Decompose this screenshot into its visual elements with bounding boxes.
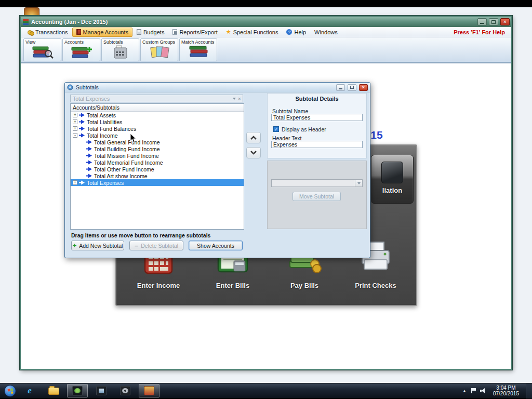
menu-help[interactable]: ?Help xyxy=(282,28,310,37)
header-text-input[interactable] xyxy=(271,141,363,148)
chevron-down-icon[interactable] xyxy=(233,98,236,100)
window-titlebar[interactable]: Accounting (Jan - Dec 2015) × xyxy=(21,17,511,27)
tree-item[interactable]: +Total Liabilities xyxy=(71,118,244,125)
internet-explorer-icon: e xyxy=(28,385,32,396)
tree-item[interactable]: Total Memorial Fund Income xyxy=(71,159,244,166)
help-icon: ? xyxy=(286,29,292,35)
custom-groups-sheets-icon xyxy=(148,45,171,60)
toolbar-custom-groups-button[interactable]: Custom Groups xyxy=(140,38,178,61)
menu-manage-accounts[interactable]: Manage Accounts xyxy=(72,28,132,37)
toolbar-label: View xyxy=(25,39,59,45)
display-as-header-checkbox[interactable]: ✓ xyxy=(273,126,279,132)
tree-item[interactable]: +Total Fund Balances xyxy=(71,125,244,132)
safe-icon xyxy=(381,162,403,183)
tree-item-label: Total Liabilities xyxy=(87,119,122,125)
move-down-button[interactable] xyxy=(246,147,261,158)
taskbar-app-disc-button[interactable] xyxy=(115,384,136,397)
collapse-icon[interactable]: - xyxy=(73,133,77,138)
expand-icon[interactable]: + xyxy=(73,180,77,185)
menu-windows[interactable]: Windows xyxy=(310,28,342,37)
menu-label: Special Functions xyxy=(233,29,278,35)
tree-arrow-icon xyxy=(86,174,92,178)
view-books-magnifier-icon xyxy=(31,45,54,60)
tree-item[interactable]: Total Other Fund Income xyxy=(71,166,244,172)
tree-item[interactable]: +Total Assets xyxy=(71,112,244,118)
toolbar-label: Custom Groups xyxy=(142,39,176,45)
clock-date: 07/20/2015 xyxy=(493,391,519,396)
star-icon: ★ xyxy=(226,29,231,35)
toolbar-subtotals-button[interactable]: Subtotals xyxy=(101,38,139,61)
disc-app-icon xyxy=(120,386,130,395)
subtotal-name-input[interactable] xyxy=(271,114,363,121)
tree-item[interactable]: Total Art show Income xyxy=(71,172,244,179)
toolbar-match-accounts-button[interactable]: Match Accounts xyxy=(179,38,217,61)
maximize-button[interactable] xyxy=(489,18,498,25)
taskbar-accounting-app-button[interactable] xyxy=(139,384,159,397)
tree-item[interactable]: Total Mission Fund Income xyxy=(71,152,244,159)
chevron-down-icon xyxy=(250,151,257,155)
move-target-combo[interactable] xyxy=(271,179,363,187)
menu-special-functions[interactable]: ★Special Functions xyxy=(222,28,283,37)
action-center-flag-icon[interactable] xyxy=(470,388,476,393)
tile-label: Enter Bills xyxy=(216,282,249,289)
tree-item-label: Total Expenses xyxy=(87,180,124,186)
start-button[interactable] xyxy=(4,385,16,397)
menu-reports-export[interactable]: Reports/Export xyxy=(168,28,221,37)
tree-arrow-icon xyxy=(86,140,92,144)
dialog-maximize-button[interactable] xyxy=(348,84,356,91)
tree-item[interactable]: -Total Income xyxy=(71,132,244,139)
show-hidden-icons-button[interactable]: ▲ xyxy=(462,389,467,393)
move-up-button[interactable] xyxy=(246,132,261,143)
delete-subtotal-button[interactable]: –Delete Subtotal xyxy=(129,241,183,250)
menu-label: Transactions xyxy=(35,29,68,35)
dialog-minimize-button[interactable] xyxy=(336,84,345,91)
tree-column-header: Accounts/Subtotals xyxy=(71,104,244,112)
clear-icon[interactable]: × xyxy=(238,96,241,102)
menu-label: Help xyxy=(294,29,306,35)
tree-arrow-icon xyxy=(79,133,85,138)
close-button[interactable]: × xyxy=(500,18,510,25)
toolbar-accounts-button[interactable]: Accounts xyxy=(62,38,100,61)
volume-icon[interactable] xyxy=(480,388,486,393)
taskbar-app-photo-button[interactable] xyxy=(91,384,112,397)
menu-label: Manage Accounts xyxy=(83,29,128,35)
show-desktop-button[interactable] xyxy=(526,383,532,398)
photo-app-icon xyxy=(96,386,107,395)
show-accounts-button[interactable]: Show Accounts xyxy=(189,241,243,250)
dialog-titlebar[interactable]: Subtotals × xyxy=(65,83,370,92)
move-subtotal-button[interactable]: Move Subtotal xyxy=(292,192,341,201)
menu-label: Windows xyxy=(314,29,338,35)
taskbar-ie-button[interactable]: e xyxy=(19,384,40,397)
tree-item-label: Total Income xyxy=(87,132,118,139)
tree-item[interactable]: Total General Fund Income xyxy=(71,139,244,145)
tree-item-label: Total Memorial Fund Income xyxy=(94,159,163,166)
tile-label: Print Checks xyxy=(355,282,396,289)
menu-transactions[interactable]: Transactions xyxy=(23,28,72,37)
tree-item-selected[interactable]: +Total Expenses xyxy=(71,179,244,186)
combo-arrow-button[interactable] xyxy=(355,180,362,187)
folder-icon xyxy=(48,388,59,395)
expand-icon[interactable]: + xyxy=(73,119,77,124)
add-new-subtotal-button[interactable]: +Add New Subtotal xyxy=(71,241,124,250)
taskbar-app-media-button[interactable] xyxy=(67,384,88,397)
taskbar-clock[interactable]: 3:04 PM 07/20/2015 xyxy=(490,385,522,396)
accounting-app-icon xyxy=(144,386,154,395)
taskbar-explorer-button[interactable] xyxy=(43,384,64,397)
tree-item[interactable]: Total Building Fund Income xyxy=(71,145,244,152)
tile-label: Pay Bills xyxy=(290,282,318,289)
menu-budgets[interactable]: Budgets xyxy=(132,28,168,37)
reconciliation-tile[interactable]: liation xyxy=(371,155,414,204)
subtotals-adding-machine-icon xyxy=(109,45,132,60)
expand-icon[interactable]: + xyxy=(73,126,77,131)
minimize-button[interactable] xyxy=(477,18,487,25)
subtotal-filter-combo[interactable]: Total Expenses × xyxy=(70,95,243,102)
tree-arrow-icon xyxy=(86,147,92,151)
menu-label: Budgets xyxy=(143,29,164,35)
toolbar-label: Subtotals xyxy=(103,39,137,45)
dialog-close-button[interactable]: × xyxy=(359,84,368,91)
tree-item-label: Total Fund Balances xyxy=(87,126,136,132)
maximize-icon xyxy=(350,86,354,89)
toolbar-view-button[interactable]: View xyxy=(23,38,61,61)
expand-icon[interactable]: + xyxy=(73,113,77,117)
match-accounts-books-icon xyxy=(187,45,210,60)
